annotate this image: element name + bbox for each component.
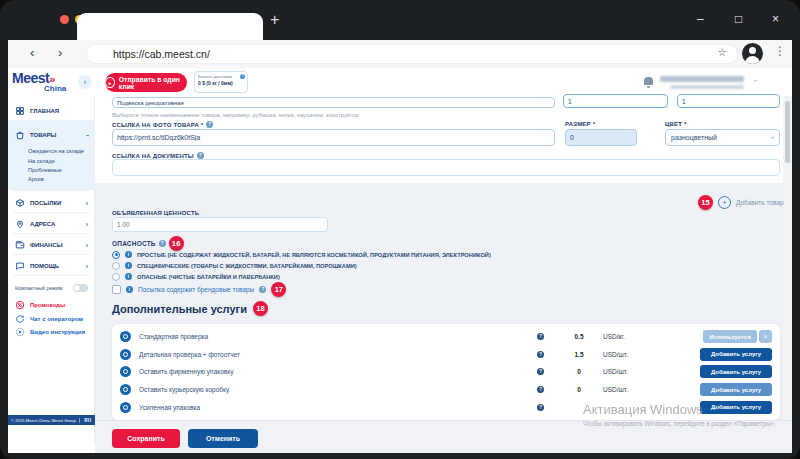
submenu-ozhidaetsya[interactable]: Ожидается на складе — [28, 146, 95, 155]
add-service-button[interactable]: Добавить услугу — [700, 348, 772, 361]
branded-checkbox[interactable] — [112, 285, 121, 294]
docs-link-input[interactable] — [112, 159, 780, 176]
new-tab-button[interactable]: + — [270, 11, 279, 29]
photo-link-input[interactable] — [112, 129, 555, 146]
quantity-input[interactable] — [563, 94, 668, 108]
service-info-icon[interactable]: ? — [537, 386, 544, 393]
option-info-icon[interactable]: i — [125, 262, 132, 269]
photo-info-icon[interactable]: ? — [206, 121, 213, 128]
promo-percent-icon — [15, 300, 25, 310]
service-name: Стандартная проверка — [139, 333, 537, 340]
forward-icon[interactable]: › — [58, 45, 62, 60]
window-maximize-icon[interactable]: □ — [735, 12, 742, 26]
language-switcher[interactable]: RU — [79, 418, 95, 423]
window-close-icon[interactable]: × — [772, 12, 779, 26]
radio[interactable] — [112, 273, 120, 281]
radio[interactable] — [112, 262, 120, 270]
add-product-button[interactable]: Добавить товар — [736, 199, 784, 206]
submenu-problemnye[interactable]: Проблемные — [28, 165, 95, 174]
branded-info-icon[interactable]: i — [126, 286, 133, 293]
add-plus-icon[interactable]: + — [718, 196, 731, 209]
service-price: 1.5 — [555, 351, 603, 358]
compact-mode-toggle[interactable] — [73, 284, 88, 292]
browser-menu-icon[interactable]: ⋮ — [774, 44, 786, 58]
sidebar-item-tovary[interactable]: ТОВАРЫ › — [8, 126, 95, 144]
content-scrollbar-thumb[interactable] — [785, 101, 790, 163]
danger-option-dangerous[interactable]: i ОПАСНЫЕ (ЧИСТЫЕ БАТАРЕЙКИ И ПАВЕРБАНКИ… — [112, 272, 280, 281]
url-bar[interactable]: https://cab.meest.cn/ ☆ — [86, 44, 738, 64]
service-remove-icon[interactable]: × — [759, 330, 772, 343]
danger-info-icon[interactable]: ? — [159, 240, 166, 247]
branded-goods-row[interactable]: i Посылка содержит брендовые товары ? 17 — [112, 285, 286, 294]
chat-operator-label: Чат с оператором — [30, 316, 83, 322]
chevron-up-icon: › — [83, 134, 90, 136]
send-one-click-button[interactable]: ▸ Отправить в один клик — [105, 73, 187, 92]
option-info-icon[interactable]: i — [125, 273, 132, 280]
browser-profile-avatar[interactable] — [742, 43, 763, 64]
balance-info-icon[interactable]: ? — [240, 74, 245, 79]
sidebar-item-pomosh[interactable]: ПОМОЩЬ › — [8, 257, 95, 275]
service-info-icon[interactable]: ? — [537, 368, 544, 375]
docs-info-icon[interactable]: ? — [197, 152, 204, 159]
service-row: Детальная проверка + фотоотчет ? 1.5 USD… — [120, 348, 772, 361]
compact-mode-label: Компактный режим — [15, 285, 62, 291]
danger-option-specific[interactable]: i СПЕЦИФИЧЕСКИЕ (ТОВАРЫ С ЖИДКОСТЯМИ, БА… — [112, 261, 357, 270]
branded-question-icon[interactable]: ? — [259, 286, 266, 293]
divider — [13, 233, 90, 234]
copyright-text: © 2025 Meest China, Meest Group — [8, 418, 79, 423]
declared-value-input[interactable] — [112, 217, 328, 232]
back-icon[interactable]: ‹ — [30, 45, 34, 60]
service-row: Стандартная проверка ? 0.5 USD/кг. Испол… — [120, 330, 772, 343]
service-info-icon[interactable]: ? — [537, 333, 544, 340]
cancel-button[interactable]: Отменить — [188, 429, 258, 448]
browser-tab[interactable] — [77, 13, 263, 40]
photo-link-label-row: ССЫЛКА НА ФОТО ТОВАРА * ? — [112, 121, 213, 128]
sidebar-item-adresa[interactable]: АДРЕСА › — [8, 215, 95, 233]
services-heading-row: Дополнительные услуги 18 — [112, 301, 268, 316]
service-info-icon[interactable]: ? — [537, 351, 544, 358]
sidebar-item-glavnaya[interactable]: ГЛАВНАЯ — [8, 102, 95, 120]
color-select[interactable]: разноцветный › — [665, 129, 780, 146]
window-minimize-icon[interactable]: – — [697, 12, 704, 26]
submenu-arhiv[interactable]: Архив — [28, 174, 95, 183]
notifications-bell-icon[interactable] — [644, 77, 653, 85]
chevron-right-icon: › — [86, 242, 88, 249]
service-used-button[interactable]: Используется — [703, 330, 757, 343]
service-check-icon — [120, 331, 131, 342]
promo-label: Промокоды — [30, 302, 65, 308]
danger-label: ОПАСНОСТЬ — [112, 240, 156, 247]
service-info-icon[interactable]: ? — [537, 404, 544, 411]
color-label: ЦВЕТ * — [665, 121, 687, 127]
submenu-na-sklade[interactable]: На складе — [28, 156, 95, 165]
compact-mode-row: Компактный режим — [8, 279, 95, 297]
service-package-icon — [120, 366, 131, 377]
user-menu-chevron-icon[interactable]: › — [751, 79, 760, 82]
danger-option-label: СПЕЦИФИЧЕСКИЕ (ТОВАРЫ С ЖИДКОСТЯМИ, БАТА… — [137, 263, 357, 269]
user-name-redacted[interactable] — [660, 76, 744, 82]
delivery-balance-widget[interactable]: Баланс доставки 0 $ (0 кг / 0мм) ? — [194, 71, 248, 93]
meest-app: Meest» China ‹ ▸ Отправить в один клик Б… — [8, 68, 792, 453]
radio-selected[interactable] — [112, 251, 120, 259]
url-text[interactable]: https://cab.meest.cn/ — [113, 45, 210, 63]
price-input[interactable] — [677, 94, 780, 108]
service-box-icon — [120, 384, 131, 395]
service-shield-icon — [120, 402, 131, 413]
sidebar-item-posylki[interactable]: ПОСЫЛКИ › — [8, 194, 95, 212]
sidebar-link-video-instrukciya[interactable]: Видео инструкция — [8, 323, 95, 341]
add-service-button[interactable]: Добавить услугу — [700, 383, 772, 396]
service-unit: USD/шт. — [603, 351, 671, 358]
chevron-right-icon: › — [86, 221, 88, 228]
add-service-button[interactable]: Добавить услугу — [700, 401, 772, 414]
option-info-icon[interactable]: i — [125, 251, 132, 258]
size-input[interactable] — [565, 129, 637, 146]
sidebar-item-finansy[interactable]: ФИНАНСЫ › — [8, 236, 95, 254]
save-button[interactable]: Сохранить — [112, 429, 180, 448]
sidebar-collapse-button[interactable]: ‹ — [78, 75, 92, 89]
traffic-close-icon[interactable] — [60, 15, 69, 24]
bookmark-star-icon[interactable]: ☆ — [717, 46, 727, 59]
declared-value-label: ОБЪЯВЛЕННАЯ ЦЕННОСТЬ — [112, 210, 199, 216]
danger-option-simple[interactable]: i ПРОСТЫЕ (НЕ СОДЕРЖАТ ЖИДКОСТЕЙ, БАТАРЕ… — [112, 250, 491, 259]
product-name-input[interactable] — [112, 97, 555, 108]
add-service-button[interactable]: Добавить услугу — [700, 365, 772, 378]
sidebar-label: ПОМОЩЬ — [30, 263, 59, 269]
